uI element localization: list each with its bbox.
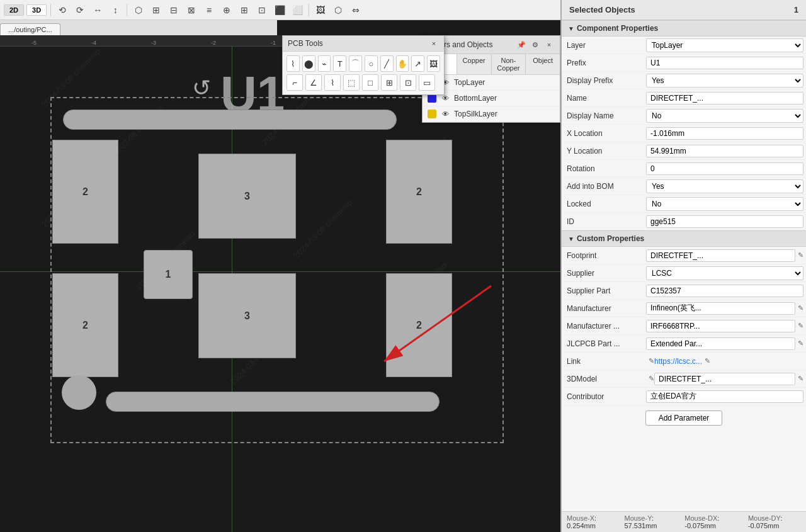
manufacturer-input[interactable]	[646, 302, 795, 315]
layer-item-topsilk[interactable]: 👁 TopSilkLayer	[423, 106, 560, 122]
tool-btn-3[interactable]: ↔	[90, 3, 105, 18]
pad-top-bar[interactable]	[63, 110, 397, 130]
id-input[interactable]	[646, 215, 803, 228]
tool-btn-7[interactable]: ⊟	[166, 3, 181, 18]
tool-btn-1[interactable]: ⟲	[55, 3, 70, 18]
layers-settings-btn[interactable]: ⚙	[530, 39, 541, 50]
tool-btn-11[interactable]: ⊞	[237, 3, 252, 18]
tool-btn-14[interactable]: ⬜	[290, 3, 305, 18]
tool-btn-16[interactable]: ⬡	[331, 3, 346, 18]
tool-circle-full[interactable]: ⬤	[302, 55, 315, 72]
jlcpcb-part-input[interactable]	[646, 337, 795, 350]
prop-manufacturer-part-value[interactable]: ✎	[644, 319, 806, 334]
prop-name-value[interactable]	[644, 91, 806, 106]
props-scroll[interactable]: ▼ Component Properties Layer TopLayer Bo…	[562, 20, 806, 511]
layer-tab-object[interactable]: Object	[526, 54, 560, 74]
tool-btn-13[interactable]: ⬛	[272, 3, 287, 18]
link-open-icon[interactable]: ✎	[649, 357, 654, 365]
tool-btn-15[interactable]: 🖼	[313, 3, 328, 18]
pad-left-bot[interactable]: 2	[52, 273, 118, 377]
layer-tab-copper[interactable]: Copper	[457, 54, 492, 74]
prop-prefix-value[interactable]	[644, 55, 806, 71]
manufacturer-edit-icon[interactable]: ✎	[798, 304, 803, 312]
pad-right-top[interactable]: 2	[386, 140, 452, 244]
tool-rect[interactable]: □	[362, 74, 378, 91]
mode-3d-btn[interactable]: 3D	[26, 4, 47, 16]
supplier-select[interactable]: LCSC	[646, 266, 803, 280]
prop-3dmodel-value[interactable]: ✎ ✎	[644, 371, 806, 387]
add-parameter-btn[interactable]: Add Parameter	[645, 410, 723, 426]
contributor-input[interactable]	[646, 390, 803, 403]
layers-pin-btn[interactable]: 📌	[516, 39, 527, 50]
pad-right-bot[interactable]: 2	[386, 273, 452, 377]
tool-btn-10[interactable]: ⊕	[219, 3, 234, 18]
tool-cursor[interactable]: ↗	[411, 55, 424, 72]
pad-pin1[interactable]: 1	[144, 250, 193, 299]
tool-btn-12[interactable]: ⊡	[254, 3, 270, 18]
pad-circle-bottom[interactable]	[62, 375, 96, 410]
3dmodel-input[interactable]	[654, 373, 795, 385]
pcb-tools-close-btn[interactable]: ×	[429, 38, 439, 48]
collapse-icon[interactable]: ▼	[568, 25, 574, 32]
tool-select-cross[interactable]: ⊡	[400, 74, 416, 91]
prop-display-name-value[interactable]: No Yes	[644, 108, 806, 124]
display-prefix-select[interactable]: Yes No	[646, 74, 803, 88]
prop-display-prefix-value[interactable]: Yes No	[644, 72, 806, 89]
yloc-input[interactable]	[646, 145, 803, 157]
footprint-edit-icon[interactable]: ✎	[798, 251, 803, 259]
pad-center-bot[interactable]: 3	[198, 273, 296, 358]
pad-center-top[interactable]: 3	[198, 154, 296, 239]
layer-eye-silk[interactable]: 👁	[440, 109, 450, 119]
tool-corner[interactable]: ⌐	[287, 74, 303, 91]
tool-path[interactable]: ⌁	[318, 55, 331, 72]
link-anchor[interactable]: https://lcsc.c...	[654, 357, 702, 366]
prop-jlcpcb-part-value[interactable]: ✎	[644, 336, 806, 351]
prop-contributor-value[interactable]	[644, 389, 806, 404]
manufacturer-part-edit-icon[interactable]: ✎	[798, 322, 803, 330]
tool-btn-8[interactable]: ⊠	[184, 3, 199, 18]
footprint-input[interactable]	[646, 249, 795, 262]
tool-btn-6[interactable]: ⊞	[149, 3, 164, 18]
tool-angle[interactable]: ∠	[305, 74, 322, 91]
3dmodel-open-icon[interactable]: ✎	[649, 375, 654, 383]
locked-select[interactable]: No Yes	[646, 197, 803, 211]
pad-bottom-bar[interactable]	[106, 392, 440, 412]
tool-arc[interactable]: ⌒	[349, 55, 362, 72]
layer-tab-noncopper[interactable]: Non-Copper	[492, 54, 526, 74]
manufacturer-part-input[interactable]	[646, 320, 795, 332]
tool-line[interactable]: ╱	[380, 55, 394, 72]
tool-image[interactable]: 🖼	[427, 55, 440, 72]
layers-close-btn[interactable]: ×	[543, 39, 555, 50]
tool-btn-9[interactable]: ≡	[202, 3, 217, 18]
prop-layer-value[interactable]: TopLayer BottomLayer	[644, 37, 806, 54]
prop-link-value[interactable]: ✎ https://lcsc.c... ✎	[644, 356, 806, 367]
layer-select[interactable]: TopLayer BottomLayer	[646, 38, 803, 52]
tool-btn-17[interactable]: ⇔	[348, 3, 363, 18]
tool-select-rect[interactable]: ⬚	[343, 74, 360, 91]
rotation-input[interactable]	[646, 162, 803, 175]
tool-btn-5[interactable]: ⬡	[131, 3, 146, 18]
prop-yloc-value[interactable]	[644, 144, 806, 159]
tool-wire[interactable]: ⌇	[287, 55, 300, 72]
pad-left-top[interactable]: 2	[52, 140, 118, 244]
prefix-input[interactable]	[646, 57, 803, 69]
custom-collapse-icon[interactable]: ▼	[568, 235, 574, 242]
tool-polyline[interactable]: ⌇	[324, 74, 341, 91]
prop-rotation-value[interactable]	[644, 161, 806, 176]
prop-xloc-value[interactable]	[644, 126, 806, 141]
tool-btn-4[interactable]: ↕	[108, 3, 123, 18]
tool-btn-2[interactable]: ⟳	[72, 3, 88, 18]
tool-hand[interactable]: ✋	[396, 55, 409, 72]
name-input[interactable]	[646, 92, 803, 105]
3dmodel-edit-icon[interactable]: ✎	[798, 375, 803, 383]
jlcpcb-part-edit-icon[interactable]: ✎	[798, 339, 803, 348]
prop-manufacturer-value[interactable]: ✎	[644, 301, 806, 316]
prop-supplier-part-value[interactable]	[644, 283, 806, 298]
tool-cross[interactable]: ⊞	[381, 74, 397, 91]
prop-footprint-value[interactable]: ✎	[644, 248, 806, 263]
mode-2d-btn[interactable]: 2D	[4, 4, 24, 16]
tool-region[interactable]: ▭	[419, 74, 435, 91]
xloc-input[interactable]	[646, 127, 803, 140]
prop-id-value[interactable]	[644, 214, 806, 229]
link-edit-icon[interactable]: ✎	[705, 357, 710, 365]
